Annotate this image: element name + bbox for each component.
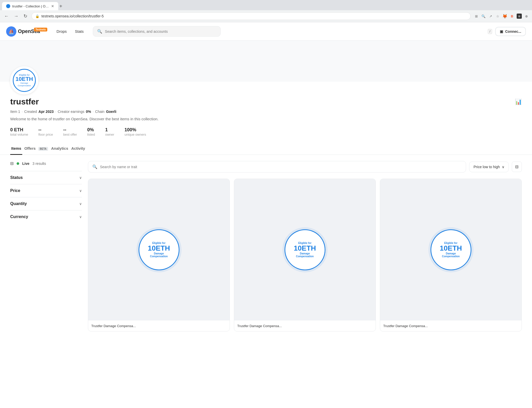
header-right: / ▣ Connec... [488,27,526,36]
chain-value: Goerli [106,110,116,114]
tab-analytics[interactable]: Analytics [50,143,69,155]
items-grid: 🔍 Price low to high ∨ ⊟ Eligible for [88,161,522,331]
results-count: 3 results [32,162,46,166]
brave-ext[interactable]: B [510,14,515,19]
site-header: ⛵ OpenSea Testnets Drops Stats 🔍 / ▣ Con… [0,22,532,41]
search-ext[interactable]: 🔍 [481,14,486,19]
filter-header-price[interactable]: Price ∨ [10,184,82,197]
nft-image-0: Eligible for 10ETH DamageCompensation [88,179,230,320]
sidebar: ⊟ Live 3 results Status ∨ Price ∨ Q [10,161,82,331]
nft-info-0: Trustfer Damage Compensa... [88,320,230,331]
back-button[interactable]: ← [3,13,10,20]
logo[interactable]: ⛵ OpenSea Testnets [6,26,47,37]
stat-unique-owners-value: 100% [124,127,146,133]
beta-badge: BETA [38,147,48,151]
stat-total-volume: 0 ETH total volume [10,127,28,136]
collection-avatar-wrap: Eligible for 10ETH DamageCompensation [10,66,38,94]
keyboard-shortcut: / [488,29,492,34]
nft-circle-1: Eligible for 10ETH DamageCompensation [285,229,325,270]
created-label: Created [24,110,37,114]
address-bar: ← → ↻ 🔒 testnets.opensea.io/collection/t… [0,10,532,22]
chart-icon[interactable]: 📊 [515,99,522,105]
wallet-icon: ▣ [500,29,503,34]
global-search-input[interactable] [105,29,216,34]
nft-eth-1: 10ETH [294,244,316,252]
nft-image-2: Eligible for 10ETH DamageCompensation [380,179,522,320]
filter-header-quantity[interactable]: Quantity ∨ [10,197,82,210]
nft-cards-grid: Eligible for 10ETH DamageCompensation Tr… [88,179,522,331]
refresh-button[interactable]: ↻ [22,12,28,20]
bookmark-ext[interactable]: ☆ [495,14,500,19]
meta-dot-1: · [22,110,23,114]
sort-label: Price low to high [473,165,500,169]
stat-best-offer: -- best offer [63,127,77,136]
stat-owner: 1 owner [105,127,114,136]
stat-unique-owners-label: unique owners [124,133,146,136]
active-tab[interactable]: trustfer - Collection | OpenSea ✕ [2,2,58,10]
currency-filter-label: Currency [10,214,28,219]
nft-card-2[interactable]: Eligible for 10ETH DamageCompensation Tr… [380,179,522,331]
tab-offers[interactable]: Offers BETA [23,143,49,155]
nft-circle-0: Eligible for 10ETH DamageCompensation [139,229,179,270]
stat-total-volume-label: total volume [10,133,28,136]
collection-meta: Item 1 · Created Apr 2023 · Creator earn… [10,110,522,114]
forward-button[interactable]: → [13,13,19,20]
share-ext[interactable]: ↗ [488,14,493,19]
sort-dropdown[interactable]: Price low to high ∨ [469,162,509,172]
connect-wallet-button[interactable]: ▣ Connec... [495,27,526,36]
tab-items[interactable]: Items [10,143,22,155]
collection-tabs: Items Offers BETA Analytics Activity [0,143,532,155]
items-search-bar[interactable]: 🔍 [88,161,466,173]
nft-damage-2: DamageCompensation [442,252,460,258]
items-search-input[interactable] [100,165,462,169]
ext2[interactable]: ⊕ [524,14,529,19]
browser-actions: ⊞ 🔍 ↗ ☆ 🦊 B ⊞ ⊕ [474,14,529,19]
address-text: testnets.opensea.io/collection/trustfer-… [41,14,467,18]
sort-chevron-icon: ∨ [502,165,504,169]
chain-label: Chain [95,110,105,114]
address-input-wrap[interactable]: 🔒 testnets.opensea.io/collection/trustfe… [31,12,471,20]
collection-avatar: Eligible for 10ETH DamageCompensation [10,66,38,94]
nft-card-0[interactable]: Eligible for 10ETH DamageCompensation Tr… [88,179,230,331]
filter-section-quantity: Quantity ∨ [10,197,82,210]
tab-activity[interactable]: Activity [70,143,86,155]
screen-record-ext[interactable]: ⊞ [474,14,479,19]
avatar-damage-text: DamageCompensation [18,82,31,87]
currency-chevron-icon: ∨ [79,215,82,219]
grid-view-button[interactable]: ⊟ [512,162,522,172]
filter-header-status[interactable]: Status ∨ [10,171,82,184]
opensea-logo-icon: ⛵ [6,26,16,37]
tab-favicon [6,4,10,8]
new-tab-button[interactable]: + [59,3,62,9]
nft-eligible-2: Eligible for [444,242,458,244]
lock-icon: 🔒 [35,14,39,18]
nft-eligible-1: Eligible for [298,242,312,244]
creator-earnings-value: 0% [86,110,91,114]
opensea-app: ⛵ OpenSea Testnets Drops Stats 🔍 / ▣ Con… [0,22,532,407]
collection-banner: Eligible for 10ETH DamageCompensation [0,41,532,82]
price-chevron-icon: ∨ [79,189,82,193]
nft-card-1[interactable]: Eligible for 10ETH DamageCompensation Tr… [234,179,376,331]
collection-info: trustfer 📊 Item 1 · Created Apr 2023 · C… [0,82,532,136]
stat-listed-label: listed [87,133,95,136]
nft-circle-2: Eligible for 10ETH DamageCompensation [431,229,471,270]
filter-icon[interactable]: ⊟ [10,161,14,166]
meta-dot-3: · [93,110,94,114]
stats-nav-link[interactable]: Stats [72,27,87,36]
stat-listed: 0% listed [87,127,95,136]
filter-header-currency[interactable]: Currency ∨ [10,210,82,223]
search-icon: 🔍 [97,29,102,34]
live-dot [17,162,19,165]
created-date: Apr 2023 [39,110,54,114]
filter-bar: ⊟ Live 3 results [10,161,82,166]
nft-damage-0: DamageCompensation [150,252,168,258]
metamask-ext[interactable]: 🦊 [502,14,507,19]
tab-close-button[interactable]: ✕ [51,4,54,8]
connect-label: Connec... [505,29,521,34]
ext1[interactable]: ⊞ [517,14,522,19]
drops-nav-link[interactable]: Drops [53,27,70,36]
global-search-bar[interactable]: 🔍 [93,26,221,37]
browser-chrome: trustfer - Collection | OpenSea ✕ + ← → … [0,0,532,22]
nft-name-2: Trustfer Damage Compensa... [383,324,428,328]
stat-best-offer-label: best offer [63,133,77,136]
